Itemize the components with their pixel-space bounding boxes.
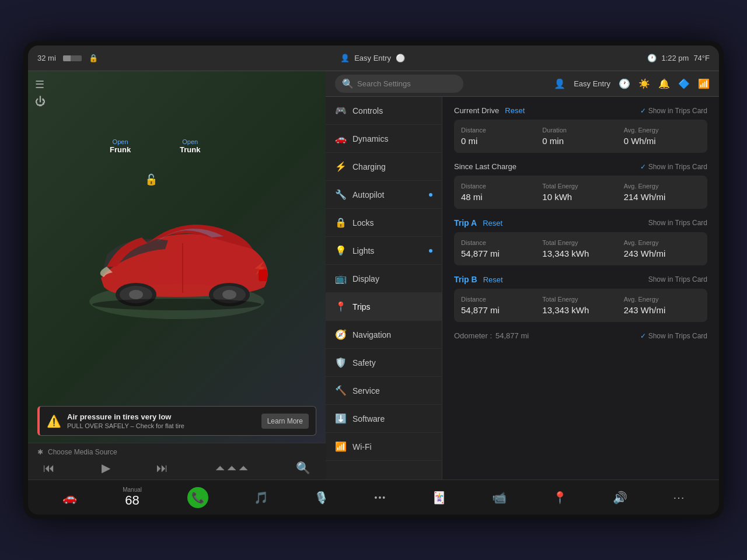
volume-taskbar-icon: 🔊 <box>613 491 627 505</box>
trip-a-reset[interactable]: Reset <box>483 219 502 228</box>
temperature-display: 74°F <box>693 54 710 62</box>
taskbar-dots[interactable]: ••• <box>375 493 387 502</box>
current-drive-energy-label: Avg. Energy <box>624 127 700 134</box>
status-right: 🕐 1:22 pm 74°F <box>647 54 710 62</box>
taskbar-voice[interactable]: 🎙️ <box>314 491 329 505</box>
sidebar-item-service[interactable]: 🔨 Service <box>326 377 442 405</box>
current-drive-reset[interactable]: Reset <box>505 106 525 115</box>
since-charge-avg-energy: Avg. Energy 214 Wh/mi <box>624 183 700 202</box>
since-charge-distance-value: 48 mi <box>461 192 537 202</box>
profile-bar: 🔍 Search Settings 👤 Easy Entry 🕐 ☀️ 🔔 🔷 … <box>326 71 719 97</box>
trip-b-show-label[interactable]: Show in Trips Card <box>648 275 707 284</box>
taskbar-map[interactable]: 📍 <box>553 491 567 505</box>
clock-icon-profile[interactable]: 🕐 <box>619 78 630 89</box>
taskbar-volume[interactable]: 🔊 <box>613 491 627 505</box>
current-drive-energy: Avg. Energy 0 Wh/mi <box>624 127 700 146</box>
menu-icon[interactable]: ☰ <box>35 78 319 91</box>
play-button[interactable]: ▶ <box>102 461 110 475</box>
trip-a-show-label[interactable]: Show in Trips Card <box>648 219 707 227</box>
music-taskbar-icon: 🎵 <box>254 491 268 505</box>
easy-entry-label-top: Easy Entry <box>354 54 391 62</box>
trip-a-total-energy: Total Energy 13,343 kWh <box>542 239 619 258</box>
map-taskbar-icon: 📍 <box>553 491 567 505</box>
media-source-label[interactable]: Choose Media Source <box>48 448 117 456</box>
since-charge-checkmark: ✓ <box>640 163 646 171</box>
safety-icon: 🛡️ <box>335 357 347 368</box>
sidebar-item-display[interactable]: 📺 Display <box>326 265 442 293</box>
search-media-button[interactable]: 🔍 <box>296 461 310 475</box>
display-icon: 📺 <box>335 273 347 284</box>
sidebar-item-charging[interactable]: ⚡ Charging <box>326 153 442 181</box>
trunk-open-text[interactable]: Open <box>180 138 200 145</box>
svg-rect-9 <box>259 270 267 281</box>
sidebar-item-trips[interactable]: 📍 Trips <box>326 293 442 321</box>
current-drive-duration: Duration 0 min <box>542 127 619 146</box>
charging-icon: ⚡ <box>335 161 347 172</box>
taskbar-camera[interactable]: 📹 <box>492 491 507 505</box>
sidebar-item-controls[interactable]: 🎮 Controls <box>326 97 442 125</box>
trips-icon: 📍 <box>335 301 347 312</box>
settings-sidebar: 🎮 Controls 🚗 Dynamics ⚡ Charging 🔧 <box>326 97 442 480</box>
dots-taskbar-icon: ••• <box>375 493 387 502</box>
wifi-icon-profile[interactable]: 📶 <box>698 78 710 89</box>
trip-b-distance-value: 54,877 mi <box>461 305 537 315</box>
bell-icon-profile[interactable]: 🔔 <box>658 78 670 89</box>
current-drive-duration-value: 0 min <box>542 136 619 146</box>
taskbar-phone[interactable]: 📞 <box>187 487 208 508</box>
frunk-label: Open Frunk <box>110 138 131 154</box>
alert-title: Air pressure in tires very low <box>67 412 256 421</box>
bluetooth-icon-profile[interactable]: 🔷 <box>678 78 690 89</box>
sidebar-item-navigation[interactable]: 🧭 Navigation <box>326 321 442 349</box>
trip-b-total-label: Total Energy <box>542 296 619 303</box>
controls-label: Controls <box>352 106 383 116</box>
trip-b-reset[interactable]: Reset <box>483 275 503 284</box>
lights-label: Lights <box>352 246 374 256</box>
sidebar-item-locks[interactable]: 🔒 Locks <box>326 209 442 237</box>
current-drive-show-label[interactable]: Show in Trips Card <box>648 107 707 115</box>
status-center: 👤 Easy Entry ⚪ <box>340 54 405 62</box>
sidebar-item-dynamics[interactable]: 🚗 Dynamics <box>326 125 442 153</box>
sidebar-item-software[interactable]: ⬇️ Software <box>326 405 442 433</box>
car-taskbar-icon: 🚗 <box>62 491 77 505</box>
sidebar-item-autopilot[interactable]: 🔧 Autopilot <box>326 181 442 209</box>
search-box[interactable]: 🔍 Search Settings <box>335 75 463 93</box>
frunk-open-text[interactable]: Open <box>110 138 131 145</box>
left-top-icons: ☰ ⏻ <box>28 71 326 115</box>
taskbar-more[interactable]: ⋯ <box>673 491 685 505</box>
time-display: 1:22 pm <box>661 54 689 62</box>
more-taskbar-icon: ⋯ <box>673 491 685 505</box>
autopilot-icon: 🔧 <box>335 189 347 200</box>
navigation-label: Navigation <box>352 330 391 340</box>
profile-icon-top: 👤 <box>340 54 350 62</box>
locks-icon: 🔒 <box>335 217 347 228</box>
taskbar-car[interactable]: 🚗 <box>62 491 77 505</box>
taskbar-card[interactable]: 🃏 <box>432 491 446 505</box>
taskbar-speed: Manual 68 <box>123 487 142 508</box>
odometer-show-label[interactable]: Show in Trips Card <box>648 332 707 340</box>
svg-point-7 <box>92 299 261 310</box>
sidebar-item-lights[interactable]: 💡 Lights <box>326 237 442 265</box>
main-content: ☰ ⏻ Open Frunk Open Trunk 🔓 ⚡ <box>28 71 719 480</box>
since-charge-show-label[interactable]: Show in Trips Card <box>648 163 707 171</box>
taskbar-music[interactable]: 🎵 <box>254 491 268 505</box>
lights-dot <box>429 249 432 253</box>
current-drive-distance: Distance 0 mi <box>461 127 537 146</box>
since-charge-title: Since Last Charge <box>454 162 516 171</box>
prev-track-button[interactable]: ⏮ <box>43 461 55 475</box>
power-icon[interactable]: ⏻ <box>35 96 319 108</box>
sidebar-item-wifi[interactable]: 📶 Wi-Fi <box>326 433 442 461</box>
navigation-icon: 🧭 <box>335 329 347 340</box>
phone-button[interactable]: 📞 <box>187 487 208 508</box>
since-charge-show-trips: ✓ Show in Trips Card <box>640 163 707 171</box>
lights-icon: 💡 <box>335 245 347 256</box>
since-charge-total-energy: Total Energy 10 kWh <box>542 183 619 202</box>
easy-entry-label-right: Easy Entry <box>574 79 610 88</box>
equalizer-button[interactable]: ⏶⏶⏶ <box>215 461 250 475</box>
learn-more-button[interactable]: Learn More <box>261 414 309 429</box>
current-drive-energy-value: 0 Wh/mi <box>624 136 700 146</box>
search-placeholder: Search Settings <box>357 79 411 88</box>
autopilot-label: Autopilot <box>352 190 384 200</box>
sidebar-item-safety[interactable]: 🛡️ Safety <box>326 349 442 377</box>
next-track-button[interactable]: ⏭ <box>156 461 168 475</box>
sun-icon-profile[interactable]: ☀️ <box>638 78 650 89</box>
